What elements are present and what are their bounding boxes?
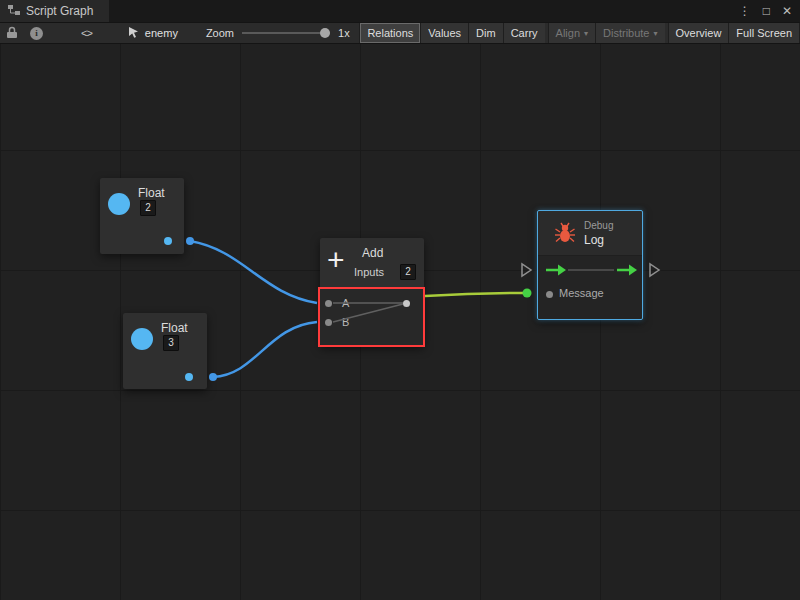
node-title: Float bbox=[161, 321, 188, 335]
node-title: Float bbox=[138, 186, 165, 200]
flow-input-triangle-icon bbox=[522, 264, 531, 276]
port-b-label: B bbox=[342, 316, 349, 328]
debug-ports-section: Message bbox=[538, 255, 642, 319]
message-input-port[interactable] bbox=[546, 291, 553, 298]
float-output-port[interactable] bbox=[185, 373, 193, 381]
port-a-label: A bbox=[342, 297, 349, 309]
lock-icon[interactable] bbox=[6, 26, 18, 41]
close-icon[interactable]: ✕ bbox=[782, 4, 792, 18]
add-ports-section: A B bbox=[320, 287, 424, 346]
tab-script-graph[interactable]: Script Graph bbox=[0, 0, 109, 22]
dim-button[interactable]: Dim bbox=[468, 23, 503, 43]
zoom-control: Zoom 1x bbox=[206, 23, 350, 43]
float-output-port[interactable] bbox=[164, 237, 172, 245]
node-add[interactable]: + Add Inputs 2 A B bbox=[320, 238, 424, 346]
wire-add-to-debug-message bbox=[425, 293, 525, 296]
graph-breadcrumb[interactable]: enemy bbox=[128, 23, 178, 43]
float-value-field[interactable]: 3 bbox=[163, 335, 179, 351]
values-button[interactable]: Values bbox=[420, 23, 468, 43]
input-port-b[interactable] bbox=[325, 319, 332, 326]
node-debug-log[interactable]: Debug Log Message bbox=[537, 210, 643, 320]
code-view-icon[interactable]: <> bbox=[81, 27, 92, 39]
inputs-label: Inputs bbox=[354, 266, 384, 278]
distribute-dropdown[interactable]: Distribute ▾ bbox=[595, 23, 664, 43]
maximize-icon[interactable]: □ bbox=[763, 4, 770, 18]
node-category: Debug bbox=[584, 220, 613, 231]
zoom-slider[interactable] bbox=[242, 32, 330, 34]
flow-output-triangle-icon bbox=[650, 264, 659, 276]
toolbar-left-group: i <> bbox=[0, 23, 98, 43]
align-dropdown[interactable]: Align ▾ bbox=[548, 23, 595, 43]
wire-float1-to-add-a bbox=[190, 241, 317, 303]
node-float-1[interactable]: Float 2 bbox=[100, 178, 184, 254]
plus-icon: + bbox=[327, 240, 345, 280]
graph-toolbar: i <> enemy Zoom 1x Relations Values Dim … bbox=[0, 22, 800, 44]
chevron-down-icon: ▾ bbox=[584, 29, 588, 38]
titlebar: Script Graph ⋮ □ ✕ bbox=[0, 0, 800, 22]
toolbar-buttons: Relations Values Dim Carry Align ▾ Distr… bbox=[359, 23, 800, 43]
zoom-value: 1x bbox=[338, 27, 350, 39]
graph-canvas[interactable]: Float 2 Float 3 + Add Inputs 2 A B bbox=[0, 44, 800, 600]
relations-button[interactable]: Relations bbox=[359, 23, 420, 43]
float-value-field[interactable]: 2 bbox=[140, 200, 156, 216]
fullscreen-button[interactable]: Full Screen bbox=[728, 23, 800, 43]
wire-float2-to-add-b bbox=[213, 322, 317, 377]
script-graph-icon bbox=[8, 4, 20, 19]
float-literal-icon bbox=[131, 328, 153, 350]
float-literal-icon bbox=[108, 193, 130, 215]
info-icon[interactable]: i bbox=[30, 27, 43, 40]
inputs-count-field[interactable]: 2 bbox=[400, 264, 416, 280]
sum-output-port[interactable] bbox=[403, 300, 410, 307]
node-title: Add bbox=[362, 246, 383, 260]
node-float-2[interactable]: Float 3 bbox=[123, 313, 207, 389]
window-controls: ⋮ □ ✕ bbox=[739, 0, 800, 22]
overview-button[interactable]: Overview bbox=[668, 23, 729, 43]
zoom-label: Zoom bbox=[206, 27, 234, 39]
tab-label: Script Graph bbox=[26, 4, 93, 18]
wire-endpoint-dot bbox=[209, 373, 217, 381]
message-port-label: Message bbox=[559, 287, 604, 299]
carry-button[interactable]: Carry bbox=[503, 23, 545, 43]
input-port-a[interactable] bbox=[325, 300, 332, 307]
window-menu-icon[interactable]: ⋮ bbox=[739, 4, 751, 18]
node-title: Log bbox=[584, 233, 604, 247]
graph-name-label: enemy bbox=[145, 27, 178, 39]
graph-pointer-icon bbox=[128, 26, 139, 40]
wire-endpoint-dot-green bbox=[523, 289, 532, 298]
wire-endpoint-dot bbox=[186, 237, 194, 245]
chevron-down-icon: ▾ bbox=[654, 29, 658, 38]
bug-icon bbox=[554, 222, 576, 248]
zoom-slider-knob[interactable] bbox=[320, 28, 330, 38]
